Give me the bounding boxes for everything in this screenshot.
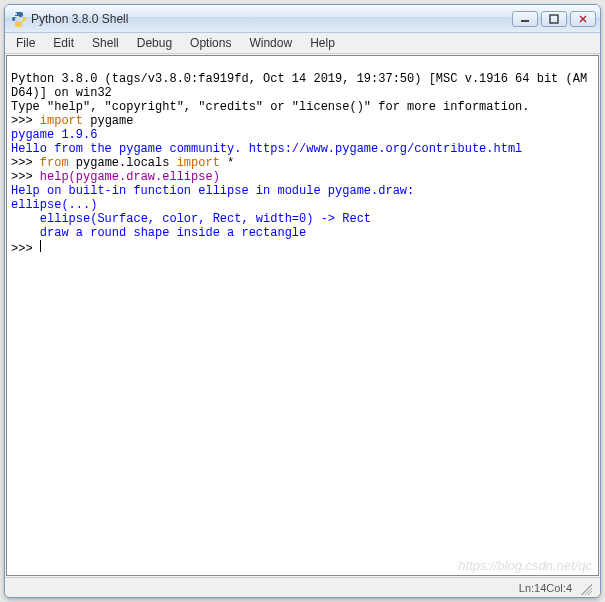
help-line-3: ellipse(Surface, color, Rect, width=0) -…: [11, 212, 594, 226]
tok-locals: pygame.locals: [69, 156, 177, 170]
menu-debug[interactable]: Debug: [128, 34, 181, 52]
svg-rect-1: [550, 15, 558, 23]
menu-window[interactable]: Window: [240, 34, 301, 52]
cursor: [40, 240, 41, 252]
window-title: Python 3.8.0 Shell: [31, 12, 512, 26]
shell-text-area[interactable]: Python 3.8.0 (tags/v3.8.0:fa919fd, Oct 1…: [6, 55, 599, 576]
maximize-button[interactable]: [541, 11, 567, 27]
current-prompt: >>>: [11, 240, 594, 256]
prompt: >>>: [11, 170, 40, 184]
prompt: >>>: [11, 114, 40, 128]
status-col-value: 4: [566, 582, 572, 594]
menu-edit[interactable]: Edit: [44, 34, 83, 52]
statusbar: Ln: 14 Col: 4: [5, 577, 600, 597]
titlebar[interactable]: Python 3.8.0 Shell: [5, 5, 600, 33]
menu-shell[interactable]: Shell: [83, 34, 128, 52]
svg-rect-0: [521, 20, 529, 22]
status-ln-label: Ln:: [519, 582, 534, 594]
menu-file[interactable]: File: [7, 34, 44, 52]
idle-window: Python 3.8.0 Shell File Edit Shell Debug…: [4, 4, 601, 598]
status-col-label: Col:: [546, 582, 566, 594]
close-button[interactable]: [570, 11, 596, 27]
status-ln-value: 14: [534, 582, 546, 594]
app-icon: [11, 11, 27, 27]
prompt: >>>: [11, 242, 40, 256]
help-line-1: Help on built-in function ellipse in mod…: [11, 184, 594, 198]
help-line-4: draw a round shape inside a rectangle: [11, 226, 594, 240]
kw-import: import: [177, 156, 220, 170]
input-line-2: >>> from pygame.locals import *: [11, 156, 594, 170]
kw-import: import: [40, 114, 83, 128]
tok-star: *: [220, 156, 234, 170]
output-line-2: Hello from the pygame community. https:/…: [11, 142, 594, 156]
tok-help-call: help(pygame.draw.ellipse): [40, 170, 220, 184]
watermark: https://blog.csdn.net/qc: [458, 559, 592, 573]
minimize-button[interactable]: [512, 11, 538, 27]
tok-pygame: pygame: [83, 114, 133, 128]
resize-grip[interactable]: [578, 581, 592, 595]
banner-line-1: Python 3.8.0 (tags/v3.8.0:fa919fd, Oct 1…: [11, 72, 594, 100]
window-controls: [512, 11, 596, 27]
menu-options[interactable]: Options: [181, 34, 240, 52]
menu-help[interactable]: Help: [301, 34, 344, 52]
banner-line-2: Type "help", "copyright", "credits" or "…: [11, 100, 594, 114]
input-line-3: >>> help(pygame.draw.ellipse): [11, 170, 594, 184]
input-line-1: >>> import pygame: [11, 114, 594, 128]
menubar: File Edit Shell Debug Options Window Hel…: [5, 33, 600, 54]
kw-from: from: [40, 156, 69, 170]
prompt: >>>: [11, 156, 40, 170]
output-line-1: pygame 1.9.6: [11, 128, 594, 142]
help-line-2: ellipse(...): [11, 198, 594, 212]
